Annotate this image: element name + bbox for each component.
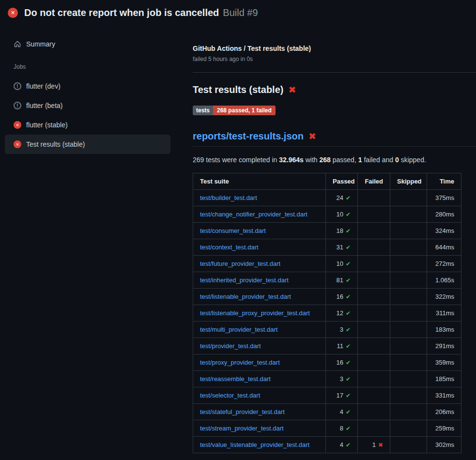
- suite-link[interactable]: test/future_provider_test.dart: [200, 260, 280, 267]
- table-row: test/stateful_provider_test.dart 4✔ 206m…: [193, 404, 461, 420]
- x-circle-icon: [14, 121, 21, 129]
- check-icon: ✔: [346, 244, 351, 251]
- failed-cell: [358, 338, 390, 354]
- suite-link[interactable]: test/multi_provider_test.dart: [200, 326, 277, 333]
- summary-passed-count: 268: [320, 156, 331, 164]
- passed-cell: 10✔: [326, 206, 358, 223]
- time-cell: 644ms: [427, 239, 461, 256]
- check-icon: ✔: [346, 409, 351, 415]
- suite-link[interactable]: test/value_listenable_provider_test.dart: [200, 441, 309, 448]
- failed-run-icon: [8, 8, 18, 18]
- passed-cell: 81✔: [326, 272, 358, 289]
- failed-cell: [358, 206, 390, 223]
- suite-link[interactable]: test/provider_test.dart: [200, 342, 261, 350]
- alert-circle-icon: [14, 102, 21, 109]
- time-cell: 331ms: [427, 387, 461, 404]
- sidebar-job-item[interactable]: flutter (dev): [5, 77, 170, 96]
- skipped-cell: [390, 354, 427, 371]
- table-row: test/listenable_proxy_provider_test.dart…: [193, 305, 461, 322]
- summary-text: 269 tests were completed in: [193, 156, 279, 164]
- failed-cell: [358, 420, 390, 437]
- skipped-cell: [390, 289, 427, 305]
- job-label: flutter (stable): [26, 121, 68, 129]
- time-cell: 302ms: [427, 437, 461, 453]
- summary-text: skipped.: [399, 156, 426, 164]
- suite-link[interactable]: test/listenable_provider_test.dart: [200, 293, 291, 300]
- sidebar-job-item[interactable]: flutter (stable): [5, 115, 170, 135]
- sidebar-job-item[interactable]: flutter (beta): [5, 96, 170, 115]
- time-cell: 322ms: [427, 289, 461, 305]
- check-icon: ✔: [346, 211, 351, 218]
- passed-cell: 16✔: [326, 289, 358, 305]
- col-time: Time: [427, 173, 461, 190]
- tests-summary-line: 269 tests were completed in 32.964s with…: [193, 156, 461, 164]
- summary-failed-count: 1: [358, 156, 362, 164]
- suite-link[interactable]: test/stream_provider_test.dart: [200, 425, 284, 432]
- table-row: test/proxy_provider_test.dart 16✔ 359ms: [193, 354, 461, 371]
- table-row: test/value_listenable_provider_test.dart…: [193, 437, 461, 453]
- time-cell: 185ms: [427, 371, 461, 387]
- time-cell: 206ms: [427, 404, 461, 420]
- suite-link[interactable]: test/consumer_test.dart: [200, 227, 266, 234]
- job-label: flutter (beta): [26, 102, 62, 109]
- col-test-suite: Test suite: [193, 173, 326, 190]
- check-icon: ✔: [346, 195, 351, 201]
- check-icon: ✔: [346, 425, 351, 432]
- job-label: Test results (stable): [26, 140, 85, 148]
- suite-link[interactable]: test/selector_test.dart: [200, 392, 260, 399]
- suite-link[interactable]: test/context_test.dart: [200, 244, 259, 251]
- failed-cell: [358, 223, 390, 239]
- check-icon: ✔: [346, 310, 351, 317]
- time-cell: 324ms: [427, 223, 461, 239]
- job-label: flutter (dev): [26, 82, 61, 90]
- skipped-cell: [390, 206, 427, 223]
- tests-badge: tests 268 passed, 1 failed: [193, 106, 276, 115]
- failed-x-icon: ✖: [288, 85, 296, 94]
- check-icon: ✔: [346, 343, 351, 350]
- skipped-cell: [390, 371, 427, 387]
- sidebar-item-summary[interactable]: Summary: [5, 36, 170, 52]
- suite-link[interactable]: test/reassemble_test.dart: [200, 375, 271, 383]
- check-icon: ✔: [346, 228, 351, 234]
- summary-text: passed,: [331, 156, 358, 164]
- home-icon: [14, 40, 21, 48]
- check-icon: ✔: [346, 376, 351, 383]
- suite-link[interactable]: test/stateful_provider_test.dart: [200, 408, 285, 415]
- suite-link[interactable]: test/change_notifier_provider_test.dart: [200, 211, 307, 218]
- failed-cell: [358, 387, 390, 404]
- main-content: GitHub Actions / Test results (stable) f…: [170, 25, 476, 453]
- suite-link[interactable]: test/inherited_provider_test.dart: [200, 276, 289, 284]
- report-file-link[interactable]: reports/test-results.json: [193, 131, 304, 142]
- table-row: test/context_test.dart 31✔ 644ms: [193, 239, 461, 256]
- suite-link[interactable]: test/proxy_provider_test.dart: [200, 359, 280, 366]
- suite-link[interactable]: test/builder_test.dart: [200, 194, 257, 201]
- suite-link[interactable]: test/listenable_proxy_provider_test.dart: [200, 309, 310, 317]
- table-row: test/selector_test.dart 17✔ 331ms: [193, 387, 461, 404]
- time-cell: 359ms: [427, 354, 461, 371]
- check-icon: ✔: [346, 277, 351, 284]
- time-cell: 183ms: [427, 322, 461, 338]
- table-row: test/stream_provider_test.dart 8✔ 259ms: [193, 420, 461, 437]
- skipped-cell: [390, 404, 427, 420]
- failed-cell: [358, 404, 390, 420]
- skipped-cell: [390, 338, 427, 354]
- table-row: test/inherited_provider_test.dart 81✔ 1.…: [193, 272, 461, 289]
- col-failed: Failed: [358, 173, 390, 190]
- passed-cell: 4✔: [326, 437, 358, 453]
- failed-cell: [358, 371, 390, 387]
- skipped-cell: [390, 305, 427, 322]
- page-title: Do not create report when job is cancell…: [24, 7, 258, 18]
- failed-cell: [358, 289, 390, 305]
- sidebar-job-item[interactable]: Test results (stable): [5, 135, 170, 154]
- check-icon: ✔: [346, 261, 351, 267]
- time-cell: 1.065s: [427, 272, 461, 289]
- check-icon: ✔: [346, 392, 351, 399]
- passed-cell: 16✔: [326, 354, 358, 371]
- table-row: test/consumer_test.dart 18✔ 324ms: [193, 223, 461, 239]
- check-icon: ✔: [346, 359, 351, 366]
- check-run-title-text: Test results (stable): [193, 84, 283, 95]
- skipped-cell: [390, 223, 427, 239]
- passed-cell: 24✔: [326, 190, 358, 206]
- table-row: test/future_provider_test.dart 10✔ 272ms: [193, 256, 461, 272]
- report-file-heading: reports/test-results.json ✖: [193, 131, 476, 147]
